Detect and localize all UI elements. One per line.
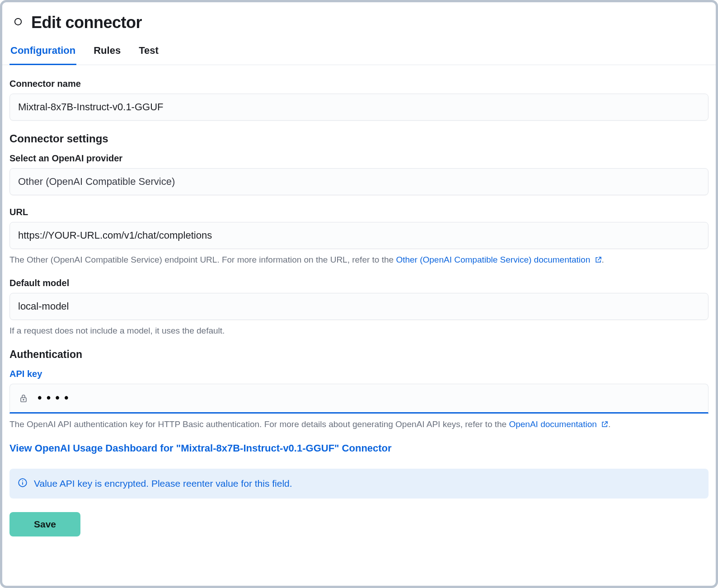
default-model-help: If a request does not include a model, i… <box>9 325 709 337</box>
api-key-doc-link[interactable]: OpenAI documentation <box>509 419 608 429</box>
openai-logo-icon <box>10 14 26 31</box>
connector-name-label: Connector name <box>9 79 709 89</box>
api-key-help-text: The OpenAI API authentication key for HT… <box>9 418 709 431</box>
connector-name-input[interactable] <box>9 94 709 121</box>
external-link-icon <box>601 419 608 426</box>
save-button[interactable]: Save <box>9 512 80 536</box>
tab-test[interactable]: Test <box>138 42 160 65</box>
tab-rules[interactable]: Rules <box>93 42 122 65</box>
encrypted-callout: Value API key is encrypted. Please reent… <box>9 469 709 499</box>
svg-point-3 <box>22 480 23 481</box>
api-key-input[interactable] <box>33 384 708 412</box>
url-doc-link[interactable]: Other (OpenAI Compatible Service) docume… <box>396 255 601 264</box>
api-key-field-wrap <box>9 384 709 414</box>
page-title: Edit connector <box>31 13 142 32</box>
default-model-label: Default model <box>9 278 709 288</box>
url-label: URL <box>9 207 709 217</box>
api-key-label: API key <box>9 369 709 379</box>
lock-icon <box>10 393 33 404</box>
external-link-icon <box>595 254 602 262</box>
provider-select[interactable] <box>9 168 709 195</box>
tabs: Configuration Rules Test <box>2 42 716 65</box>
provider-label: Select an OpenAI provider <box>9 153 709 164</box>
default-model-input[interactable] <box>9 293 709 320</box>
callout-text: Value API key is encrypted. Please reent… <box>34 478 292 489</box>
url-input[interactable] <box>9 222 709 249</box>
connector-settings-heading: Connector settings <box>9 132 709 145</box>
url-help-text: The Other (OpenAI Compatible Service) en… <box>9 254 709 266</box>
info-icon <box>18 478 28 489</box>
tab-configuration[interactable]: Configuration <box>9 42 76 65</box>
svg-point-1 <box>23 400 24 400</box>
usage-dashboard-link[interactable]: View OpenAI Usage Dashboard for "Mixtral… <box>9 442 709 454</box>
authentication-heading: Authentication <box>9 348 709 361</box>
